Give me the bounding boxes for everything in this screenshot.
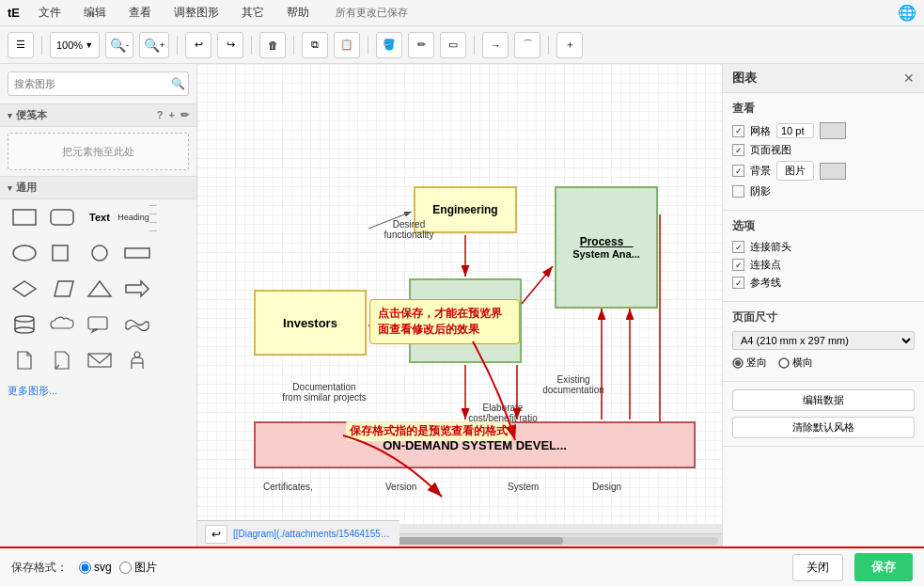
general-section[interactable]: ▾ 通用: [0, 176, 196, 199]
svg-radio[interactable]: [79, 562, 91, 574]
zoom-in-btn[interactable]: 🔍+: [139, 32, 169, 58]
landscape-radio[interactable]: 横向: [778, 356, 813, 370]
menu-view[interactable]: 查看: [125, 3, 155, 23]
background-color-box[interactable]: [820, 163, 846, 180]
search-input[interactable]: [8, 71, 189, 96]
reference-line-checkbox[interactable]: [732, 277, 744, 289]
diagram: Investors Engineering Process 1 System S…: [197, 64, 722, 524]
image-radio[interactable]: [119, 562, 132, 574]
fill-btn[interactable]: 🪣: [376, 32, 402, 58]
investors-box[interactable]: Investors: [254, 290, 367, 356]
redo-btn[interactable]: ↪: [217, 32, 243, 58]
page-view-label: 页面视图: [750, 143, 791, 157]
shape-callout[interactable]: [83, 310, 117, 339]
page-size-select[interactable]: A4 (210 mm x 297 mm): [732, 331, 915, 350]
shape-heading[interactable]: Heading— — — —: [120, 203, 154, 231]
options-section: 选项 连接箭头 连接点 参考线: [723, 211, 924, 302]
clear-style-btn[interactable]: 清除默认风格: [732, 417, 915, 438]
svg-point-10: [15, 316, 34, 322]
shape-doc[interactable]: [8, 346, 41, 374]
shape-square[interactable]: [45, 239, 79, 267]
svg-radio-label[interactable]: svg: [79, 561, 112, 574]
arrow-btn[interactable]: →: [482, 32, 509, 58]
shape-circle[interactable]: [83, 239, 117, 267]
view-section: 查看 网格 页面视图 背景 图片 阴影: [723, 93, 924, 211]
process2-box[interactable]: Process _ System Ana...: [555, 186, 658, 309]
close-panel-btn[interactable]: ✕: [903, 71, 915, 86]
page-view-checkbox[interactable]: [732, 144, 744, 156]
undo-btn[interactable]: ↩: [185, 32, 211, 58]
shape-text[interactable]: Text: [83, 203, 117, 231]
menu-help[interactable]: 帮助: [283, 3, 313, 23]
question-icon[interactable]: ?: [157, 109, 164, 121]
shapes-row-2: [0, 235, 196, 271]
grid-value-input[interactable]: [776, 123, 814, 138]
shape-message[interactable]: [83, 346, 117, 374]
canvas[interactable]: Investors Engineering Process 1 System S…: [197, 64, 722, 524]
shape-triangle[interactable]: [83, 275, 117, 303]
menu-toggle-btn[interactable]: ☰: [8, 32, 34, 58]
zoom-out-btn[interactable]: 🔍-: [105, 32, 133, 58]
close-btn[interactable]: 关闭: [792, 554, 843, 581]
reference-line-row: 参考线: [732, 276, 915, 290]
shadow-label: 阴影: [750, 184, 771, 198]
portrait-radio[interactable]: 竖向: [732, 356, 767, 370]
shape-rounded-rect[interactable]: [45, 203, 79, 231]
background-checkbox[interactable]: [732, 165, 744, 177]
connect-point-checkbox[interactable]: [732, 259, 744, 271]
zoom-display: 100% ▼: [50, 32, 100, 58]
add-icon[interactable]: +: [169, 109, 175, 121]
connect-arrow-checkbox[interactable]: [732, 241, 744, 253]
undo-history-btn[interactable]: ↩: [205, 525, 227, 544]
search-box: 🔍: [8, 71, 189, 96]
canvas-area[interactable]: Investors Engineering Process 1 System S…: [197, 64, 722, 546]
shape-arrow-right[interactable]: [120, 275, 154, 303]
shape-diamond[interactable]: [8, 275, 41, 303]
svg-marker-6: [13, 281, 36, 296]
save-btn[interactable]: 保存: [854, 553, 913, 581]
shape-person[interactable]: [120, 346, 154, 374]
add-shape-btn[interactable]: ＋: [556, 32, 583, 58]
grid-label: 网格: [750, 124, 771, 138]
page-link[interactable]: [[Diagram](./attachments/154641553152G.d…: [233, 529, 392, 539]
menu-edit[interactable]: 编辑: [80, 3, 110, 23]
grid-color-box[interactable]: [820, 122, 846, 139]
shape-ellipse[interactable]: [8, 239, 41, 267]
menubar: tE 文件 编辑 查看 调整图形 其它 帮助 所有更改已保存 🌐: [0, 0, 924, 26]
shadow-checkbox[interactable]: [732, 185, 744, 198]
connect-point-row: 连接点: [732, 258, 915, 272]
grid-checkbox[interactable]: [732, 125, 744, 137]
shape-cloud[interactable]: [45, 310, 79, 339]
menu-other[interactable]: 其它: [238, 3, 268, 23]
shape-wide-rect[interactable]: [120, 239, 154, 267]
shape-wavy[interactable]: [120, 310, 154, 339]
shapes-row-1: Text Heading— — — —: [0, 199, 196, 235]
svg-marker-9: [126, 281, 149, 296]
shape-rect[interactable]: [8, 203, 41, 231]
delete-btn[interactable]: 🗑: [259, 32, 286, 58]
paste-btn[interactable]: 📋: [334, 32, 360, 58]
menu-adjust[interactable]: 调整图形: [170, 3, 223, 23]
shape-cylinder[interactable]: [8, 310, 41, 339]
panel-title: 图表: [732, 70, 757, 87]
copy-btn[interactable]: ⧉: [302, 32, 328, 58]
menu-file[interactable]: 文件: [35, 3, 65, 23]
svg-rect-16: [88, 354, 111, 367]
main-area: 🔍 ▾ 便笺本 ? + ✏ 把元素拖至此处 ▾ 通用 Text: [0, 64, 924, 546]
edit-data-btn[interactable]: 编辑数据: [732, 389, 915, 411]
globe-icon: 🌐: [898, 4, 916, 22]
shape-folded-doc[interactable]: [45, 346, 79, 374]
rect-btn[interactable]: ▭: [440, 32, 466, 58]
label-design: Design: [592, 482, 621, 492]
more-shapes-link[interactable]: 更多图形...: [0, 378, 196, 404]
edit-icon[interactable]: ✏: [180, 109, 189, 121]
reference-line-label: 参考线: [750, 276, 781, 290]
image-radio-label[interactable]: 图片: [119, 560, 157, 576]
left-sidebar: 🔍 ▾ 便笺本 ? + ✏ 把元素拖至此处 ▾ 通用 Text: [0, 64, 197, 546]
background-image-btn[interactable]: 图片: [776, 161, 814, 181]
shape-parallelogram[interactable]: [45, 275, 79, 303]
page-view-row: 页面视图: [732, 143, 915, 157]
curve-btn[interactable]: ⌒: [514, 32, 540, 58]
line-btn[interactable]: ✏: [408, 32, 434, 58]
notebook-section[interactable]: ▾ 便笺本 ? + ✏: [0, 103, 196, 127]
